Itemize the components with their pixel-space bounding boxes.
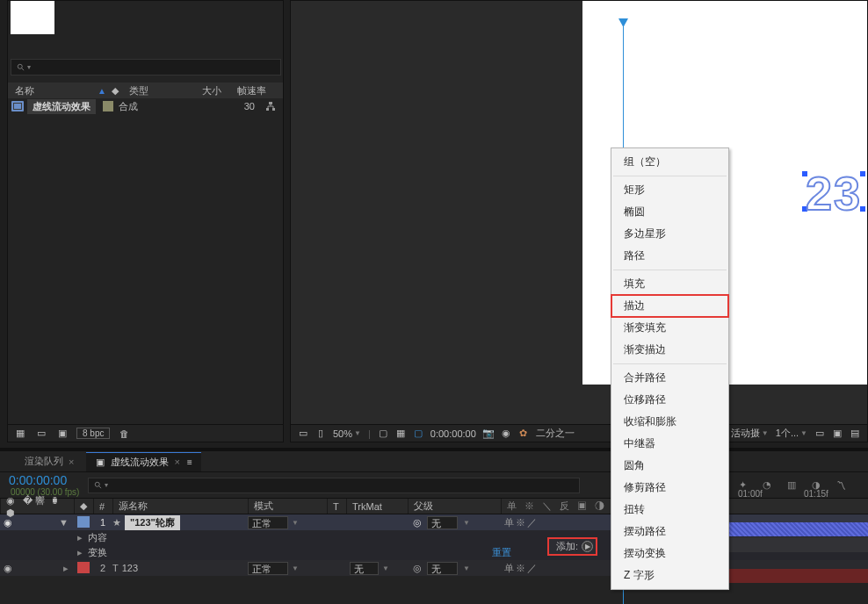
resolution-dropdown[interactable]: 二分之一 [536, 427, 575, 440]
menu-item[interactable]: 描边 [611, 295, 728, 317]
menu-item[interactable]: 椭圆 [611, 201, 728, 223]
monitor-icon[interactable]: ▭ [298, 428, 308, 439]
blend-mode-dropdown[interactable]: 正常 [248, 562, 288, 575]
menu-item[interactable]: 多边星形 [611, 223, 728, 245]
timeline-icon[interactable]: ▤ [850, 428, 860, 439]
project-footer: ▦ ▭ ▣ 8 bpc 🗑 [8, 424, 283, 442]
mask-icon[interactable]: ▢ [413, 428, 423, 439]
menu-item[interactable]: 矩形 [611, 179, 728, 201]
current-time[interactable]: 0:00:00:00 [430, 428, 476, 439]
project-panel: ▾ 名称▲ ◆ 类型 大小 帧速率 虚线流动效果 合成 30 ▦ ▭ ▣ 8 b… [7, 0, 284, 442]
column-label-icon[interactable]: ◆ [106, 85, 124, 97]
color-mgmt-icon[interactable]: ✿ [518, 428, 529, 439]
menu-item[interactable]: 组（空） [611, 151, 728, 173]
index-column[interactable]: # [93, 499, 112, 514]
snapshot-icon[interactable]: 📷 [483, 428, 494, 439]
layer-index: 1 [93, 517, 112, 528]
menu-item[interactable]: 渐变描边 [611, 339, 728, 361]
new-comp-icon[interactable]: ▣ [55, 428, 69, 440]
menu-item[interactable]: 摆动变换 [611, 543, 728, 564]
visibility-toggle[interactable]: ◉ [4, 563, 12, 574]
project-item-row[interactable]: 虚线流动效果 合成 30 [8, 98, 283, 114]
menu-item[interactable]: 填充 [611, 273, 728, 295]
composition-icon [11, 101, 24, 111]
pixel-aspect-icon[interactable]: ▭ [814, 428, 825, 439]
preserve-transparency-column[interactable]: T [327, 499, 346, 514]
active-camera-dropdown[interactable]: 活动摄▼ [731, 427, 769, 440]
close-icon[interactable]: × [69, 457, 74, 467]
close-icon[interactable]: × [174, 457, 179, 467]
bpc-button[interactable]: 8 bpc [76, 428, 110, 439]
menu-item[interactable]: 圆角 [611, 455, 728, 477]
text-layer-123[interactable]: 2 3 [806, 166, 862, 220]
menu-item[interactable]: 中继器 [611, 433, 728, 455]
source-name-column[interactable]: 源名称 [112, 499, 248, 514]
tab-render-queue[interactable]: 渲染队列× [16, 452, 83, 471]
trash-icon[interactable]: 🗑 [117, 428, 131, 440]
layer-name[interactable]: "123"轮廓 [125, 515, 180, 530]
menu-item[interactable]: 路径 [611, 245, 728, 267]
parent-column[interactable]: 父级 [408, 499, 501, 514]
current-timecode[interactable]: 0:00:00:00 [9, 473, 79, 487]
av-columns[interactable]: ◉ �響 ⧯ ⬢ [0, 499, 74, 514]
tab-menu-icon[interactable]: ≡ [187, 457, 192, 467]
viewer-footer: ▭ ▯ 50%▼ | ▢ ▦ ▢ 0:00:00:00 📷 ◉ ✿ 二分之一 活… [291, 424, 867, 442]
column-type[interactable]: 类型 [124, 84, 194, 97]
new-folder-icon[interactable]: ▭ [34, 428, 48, 440]
svg-rect-2 [269, 102, 272, 104]
selection-handle[interactable] [860, 206, 865, 212]
label-column[interactable]: ◆ [74, 499, 93, 514]
project-column-header: 名称▲ ◆ 类型 大小 帧速率 [8, 83, 283, 98]
fast-preview-icon[interactable]: ▣ [832, 428, 843, 439]
column-fps[interactable]: 帧速率 [229, 84, 273, 97]
tab-composition[interactable]: ▣虚线流动效果×≡ [86, 452, 200, 471]
show-snapshot-icon[interactable]: ◉ [501, 428, 511, 439]
composition-icon: ▣ [95, 457, 105, 467]
trkmat-column[interactable]: TrkMat [346, 499, 408, 514]
svg-rect-4 [272, 108, 275, 111]
twirl-icon[interactable]: ▸ [77, 547, 88, 558]
mode-column[interactable]: 模式 [248, 499, 327, 514]
menu-item[interactable]: 摆动路径 [611, 521, 728, 543]
zoom-dropdown[interactable]: 50%▼ [333, 428, 361, 439]
menu-item[interactable]: 合并路径 [611, 367, 728, 389]
column-name[interactable]: 名称▲ [8, 84, 106, 97]
visibility-toggle[interactable]: ◉ [4, 517, 12, 528]
selection-handle[interactable] [860, 171, 865, 176]
safe-zones-icon[interactable]: ▢ [378, 428, 388, 439]
blend-mode-dropdown[interactable]: 正常 [248, 516, 288, 529]
pickwhip-icon[interactable]: ◎ [413, 517, 422, 528]
layer-name[interactable]: 123 [122, 563, 138, 573]
pickwhip-icon[interactable]: ◎ [413, 563, 422, 574]
column-size[interactable]: 大小 [194, 84, 229, 97]
menu-item[interactable]: Z 字形 [611, 564, 728, 586]
grid-icon[interactable]: ▦ [395, 428, 406, 439]
layer-label-color[interactable] [77, 516, 90, 528]
add-content-button[interactable]: 添加: ▶ [547, 537, 597, 556]
twirl-icon[interactable]: ▸ [77, 532, 88, 543]
svg-point-0 [18, 64, 22, 68]
flowchart-icon[interactable] [265, 101, 276, 111]
menu-item[interactable]: 修剪路径 [611, 477, 728, 499]
menu-item[interactable]: 渐变填充 [611, 317, 728, 339]
menu-item[interactable]: 扭转 [611, 499, 728, 521]
reset-button[interactable]: 重置 [492, 546, 511, 559]
project-item-fps: 30 [244, 101, 255, 111]
menu-item[interactable]: 位移路径 [611, 389, 728, 411]
project-item-name[interactable]: 虚线流动效果 [27, 99, 96, 114]
trkmat-dropdown[interactable]: 无 [350, 562, 379, 575]
view-count-dropdown[interactable]: 1个...▼ [776, 427, 807, 440]
layer-label-color[interactable] [77, 562, 90, 573]
shape-layer-icon: ★ [112, 517, 121, 528]
timeline-search-input[interactable]: ▾ [88, 478, 580, 493]
menu-item[interactable]: 收缩和膨胀 [611, 411, 728, 433]
parent-dropdown[interactable]: 无 [427, 562, 458, 575]
composition-thumbnail[interactable] [11, 1, 54, 34]
svg-line-6 [99, 485, 102, 488]
parent-dropdown[interactable]: 无 [427, 516, 458, 529]
toggle-alpha-icon[interactable]: ▯ [315, 428, 326, 439]
svg-point-5 [96, 482, 100, 486]
project-search-input[interactable]: ▾ [11, 59, 281, 76]
interpret-footage-icon[interactable]: ▦ [13, 428, 27, 440]
project-item-label-color[interactable] [103, 101, 113, 111]
